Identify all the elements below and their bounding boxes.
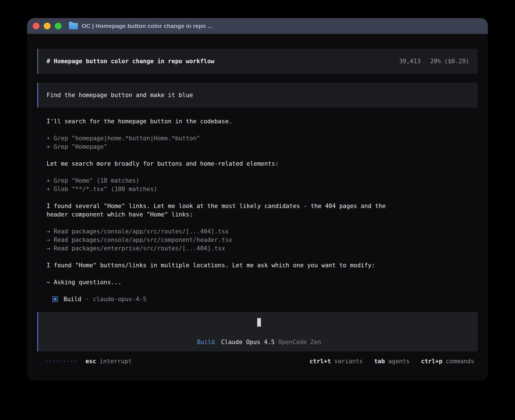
token-count: 39,413: [399, 58, 421, 65]
status-left: ········· esc interrupt: [45, 357, 132, 366]
spinner-dots-icon: ·········: [45, 357, 77, 366]
hint-label: commands: [446, 357, 474, 366]
agent-model: claude-opus-4-5: [93, 296, 147, 303]
agent-status-row: Build · claude-opus-4-5: [47, 295, 478, 303]
tool-call-glob: ∗ Glob "**/*.tsx" (100 matches): [47, 185, 478, 193]
tool-call-grep: ∗ Grep "Home" (18 matches): [47, 176, 478, 185]
tool-call-grep: ∗ Grep "homepage|home.*button|Home.*butt…: [47, 134, 478, 143]
input-model-row: Build Claude Opus 4.5 OpenCode Zen: [197, 338, 321, 346]
assistant-text: I'll search for the homepage button in t…: [47, 117, 478, 126]
window-title: OC | Homepage button color change in rep…: [82, 23, 212, 29]
hint-key: ctrl+t: [309, 357, 331, 366]
hint-key: ctrl+p: [421, 357, 442, 366]
minimize-button[interactable]: [44, 23, 51, 29]
assistant-text: Let me search more broadly for buttons a…: [47, 159, 478, 168]
status-right: ctrl+t variants tab agents ctrl+p comman…: [298, 357, 474, 366]
user-message-text: Find the homepage button and make it blu…: [47, 92, 193, 99]
interrupt-label: interrupt: [100, 357, 132, 366]
hint-variants: ctrl+t variants: [309, 357, 363, 366]
session-stats: 39,41320%($0.29): [399, 58, 469, 65]
status-bar: ········· esc interrupt ctrl+t variants …: [37, 357, 478, 366]
interrupt-key: esc: [86, 357, 96, 366]
zoom-button[interactable]: [55, 23, 62, 29]
text-cursor: [257, 318, 261, 327]
hint-key: tab: [374, 357, 385, 366]
agent-name: Build: [64, 296, 81, 303]
context-percent: 20%: [430, 58, 441, 65]
assistant-status-text: ~ Asking questions...: [47, 278, 478, 286]
tool-call-read: → Read packages/enterprise/src/routes/[.…: [47, 244, 478, 253]
agent-build-icon: [52, 296, 58, 302]
agent-separator: ·: [85, 296, 89, 303]
session-header: # Homepage button color change in repo w…: [37, 49, 478, 74]
assistant-text: I found "Home" buttons/links in multiple…: [47, 261, 478, 270]
tool-call-read: → Read packages/console/app/src/componen…: [47, 236, 478, 244]
user-message: Find the homepage button and make it blu…: [37, 83, 478, 108]
input-agent-label[interactable]: Build: [197, 338, 215, 346]
assistant-text: I found several "Home" links. Let me loo…: [47, 202, 478, 210]
hint-label: agents: [388, 357, 410, 366]
hint-commands: ctrl+p commands: [421, 357, 474, 366]
window-titlebar[interactable]: OC | Homepage button color change in rep…: [27, 18, 488, 34]
traffic-lights: [33, 23, 62, 29]
session-title: # Homepage button color change in repo w…: [47, 58, 214, 65]
hint-label: variants: [334, 357, 363, 366]
tool-call-read: → Read packages/console/app/src/routes/[…: [47, 227, 478, 236]
close-button[interactable]: [33, 23, 40, 29]
folder-icon: [69, 23, 78, 29]
hint-agents: tab agents: [374, 357, 410, 366]
terminal-window: OC | Homepage button color change in rep…: [27, 18, 488, 380]
input-model-name[interactable]: Claude Opus 4.5: [221, 338, 275, 346]
assistant-transcript: I'll search for the homepage button in t…: [37, 117, 478, 303]
assistant-text: header component which have "Home" links…: [47, 210, 478, 219]
tool-call-grep: ∗ Grep "Homepage": [47, 143, 478, 151]
session-cost: ($0.29): [444, 58, 469, 65]
prompt-input[interactable]: Build Claude Opus 4.5 OpenCode Zen: [37, 312, 478, 351]
terminal-content: # Homepage button color change in repo w…: [27, 49, 488, 380]
input-model-provider: OpenCode Zen: [278, 338, 321, 346]
